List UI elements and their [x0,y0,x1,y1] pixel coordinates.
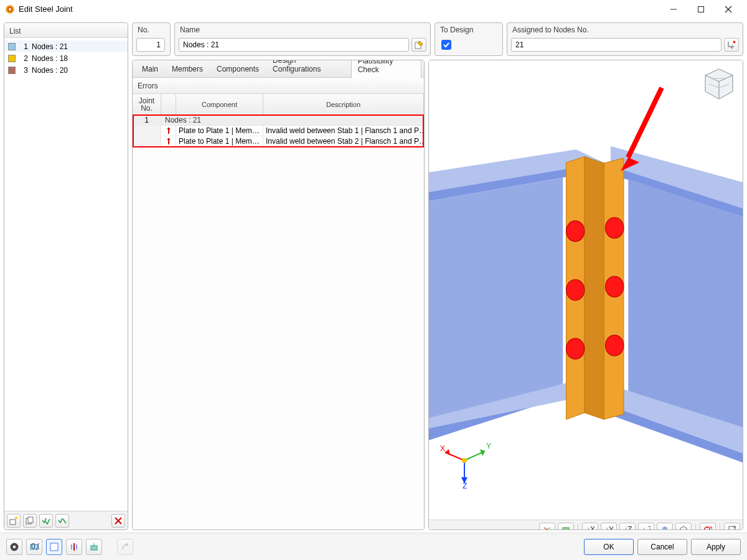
list-item-label: Nodes : 18 [32,54,68,63]
error-component: Plate to Plate 1 | Mem… [176,126,263,136]
to-design-label: To Design [435,23,502,35]
calculate-button [117,539,133,555]
no-input[interactable] [136,38,165,52]
list-panel: List 1 Nodes : 21 2 Nodes : 18 3 Nodes :… [4,22,128,530]
assigned-nodes-input[interactable] [511,38,721,52]
svg-point-36 [606,217,624,238]
svg-line-43 [628,88,662,157]
window-maximize-button[interactable] [687,0,715,19]
cancel-button[interactable]: Cancel [637,539,687,555]
svg-marker-65 [680,526,687,530]
svg-point-18 [167,138,170,141]
svg-line-55 [544,528,547,530]
svg-text:↓-Z: ↓-Z [642,525,651,530]
edit-name-button[interactable] [411,38,426,52]
svg-marker-44 [621,157,639,171]
window-title: Edit Steel Joint [19,4,660,14]
svg-rect-9 [28,517,33,523]
view-reset-button[interactable] [700,523,716,530]
view-iso-button[interactable] [675,523,692,530]
dialog-footer: 0,00 OK Cancel Apply [0,533,747,560]
error-row[interactable]: Plate to Plate 1 | Mem… Invalid weld bet… [133,126,424,136]
svg-point-66 [705,527,710,530]
col-component: Component [176,94,263,114]
errors-header: Errors [133,78,424,94]
svg-line-10 [63,519,66,523]
svg-rect-72 [50,543,58,551]
list-item-num: 2 [19,54,28,63]
assigned-nodes-label: Assigned to Nodes No. [507,23,743,35]
svg-rect-58 [563,528,569,530]
svg-rect-4 [698,6,704,12]
tab-main[interactable]: Main [135,60,165,77]
assigned-nodes-group: Assigned to Nodes No. [507,22,743,56]
error-description: Invalid weld between Stab 2 | Flansch 1 … [263,136,424,147]
viewport-3d[interactable]: X Y Z [429,60,743,520]
color-swatch [8,43,16,50]
svg-text:Z: Z [463,482,467,488]
list-item-label: Nodes : 20 [32,66,68,75]
joint-list: 1 Nodes : 21 2 Nodes : 18 3 Nodes : 20 [4,38,128,511]
name-label: Name [175,23,430,35]
errors-table-header: JointNo. Component Description [133,94,424,115]
view-z-button[interactable]: ↓Z [619,523,636,530]
svg-marker-64 [662,529,668,530]
units-button[interactable]: 0,00 [26,539,42,555]
svg-text:↓Z: ↓Z [624,525,632,530]
error-row[interactable]: Plate to Plate 1 | Mem… Invalid weld bet… [133,136,424,147]
view-y-button[interactable]: ↓Y [601,523,617,530]
window-minimize-button[interactable] [660,0,687,19]
svg-point-37 [606,276,624,297]
list-item[interactable]: 3 Nodes : 20 [4,64,128,76]
name-field-group: Name [174,22,431,56]
display-mode-3-button[interactable] [86,539,102,555]
title-bar: Edit Steel Joint [0,0,747,19]
apply-button[interactable]: Apply [691,539,741,555]
uncheck-all-button[interactable] [55,514,69,528]
tab-plausibility-check[interactable]: Plausibility Check [351,60,421,78]
new-joint-button[interactable] [7,514,21,528]
color-swatch [8,67,16,74]
view-show-button[interactable] [558,523,574,530]
list-item[interactable]: 2 Nodes : 18 [4,52,128,64]
tab-members[interactable]: Members [165,60,210,77]
group-label: Nodes : 21 [161,115,424,126]
svg-rect-7 [10,520,16,525]
app-icon [5,4,15,14]
view-negz-button[interactable]: ↓-Z [638,523,654,530]
tab-design-configurations[interactable]: Design Configurations [266,60,351,77]
errors-panel: Errors JointNo. Component Description 1 [133,78,424,530]
axis-triad: X Y Z [436,432,492,488]
svg-rect-17 [168,130,169,134]
pick-nodes-button[interactable] [724,38,739,52]
view-axes-button[interactable] [539,523,555,530]
view-popout-button[interactable] [724,523,740,530]
view-x-button[interactable]: ↓X [582,523,598,530]
svg-rect-76 [91,546,97,550]
svg-marker-63 [662,526,668,530]
delete-joint-button[interactable] [111,514,125,528]
window-close-button[interactable] [715,0,742,19]
navigation-cube[interactable] [702,67,736,101]
error-description: Invalid weld between Stab 1 | Flansch 1 … [263,126,424,136]
name-input[interactable] [179,38,409,52]
ok-button[interactable]: OK [584,539,634,555]
error-group-row[interactable]: 1 Nodes : 21 [133,115,424,126]
list-item[interactable]: 1 Nodes : 21 [4,40,128,52]
no-field-group: No. [132,22,171,56]
no-label: No. [133,23,170,35]
check-all-button[interactable] [39,514,53,528]
group-joint-no: 1 [133,115,161,126]
display-mode-1-button[interactable] [46,539,62,555]
help-button[interactable] [6,539,22,555]
copy-joint-button[interactable] [23,514,37,528]
errors-table: JointNo. Component Description 1 Nodes :… [133,94,424,530]
view-layers-button[interactable] [657,523,673,530]
to-design-checkbox[interactable] [441,40,451,50]
svg-point-35 [566,338,585,360]
svg-point-2 [9,8,11,11]
annotation-arrow [618,83,668,176]
display-mode-2-button[interactable] [66,539,82,555]
svg-point-51 [462,458,467,463]
tab-components[interactable]: Components [210,60,266,77]
